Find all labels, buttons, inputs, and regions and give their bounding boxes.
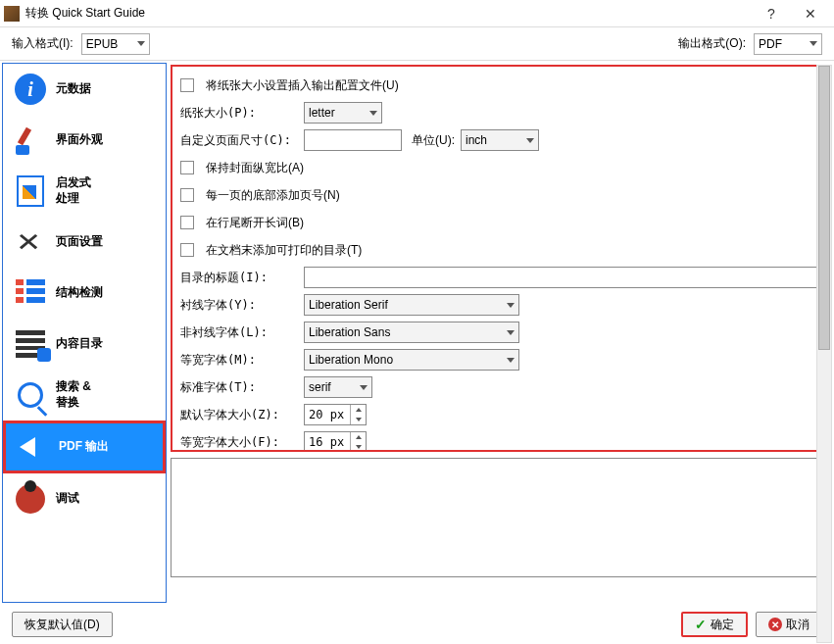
sidebar-item-label: 结构检测 — [56, 285, 103, 301]
default-size-value[interactable] — [305, 405, 350, 424]
paper-size-combo[interactable]: letter — [304, 102, 382, 124]
serif-font-value: Liberation Serif — [309, 298, 388, 312]
chevron-down-icon — [507, 330, 515, 335]
std-font-combo[interactable]: serif — [304, 376, 372, 398]
spin-down[interactable] — [351, 442, 366, 452]
spin-up[interactable] — [351, 432, 366, 442]
structure-icon — [16, 279, 45, 307]
insert-paper-size-label: 将纸张大小设置插入输出配置文件(U) — [206, 77, 399, 94]
sidebar-item-label: 搜索 & 替换 — [56, 379, 91, 410]
std-font-value: serif — [309, 380, 331, 394]
sidebar-item-metadata[interactable]: i 元数据 — [3, 64, 166, 115]
ok-button[interactable]: ✓确定 — [681, 612, 748, 637]
chevron-down-icon — [526, 138, 534, 143]
output-format-value: PDF — [759, 37, 782, 51]
cancel-button[interactable]: ✕取消 — [756, 612, 822, 637]
paper-size-value: letter — [309, 106, 335, 120]
restore-label: 恢复默认值(D) — [25, 617, 100, 633]
sidebar-item-label: 内容目录 — [56, 336, 103, 352]
back-arrow-icon — [20, 433, 47, 461]
add-footer-checkbox[interactable] — [180, 188, 194, 202]
app-icon — [4, 6, 20, 22]
sidebar-item-label: 调试 — [56, 491, 79, 507]
preserve-cover-label: 保持封面纵宽比(A) — [206, 160, 304, 176]
mono-font-value: Liberation Mono — [309, 353, 393, 367]
unit-combo[interactable]: inch — [461, 129, 539, 151]
main-panel: 将纸张大小设置插入输出配置文件(U) 纸张大小(P): letter 自定义页面… — [169, 61, 834, 605]
custom-size-input[interactable] — [304, 129, 402, 151]
sidebar-item-look-feel[interactable]: 界面外观 — [3, 115, 166, 166]
serif-font-combo[interactable]: Liberation Serif — [304, 294, 519, 316]
scrollbar[interactable] — [816, 65, 832, 643]
scrollbar-thumb[interactable] — [818, 66, 830, 350]
input-format-label: 输入格式(I): — [12, 35, 74, 52]
check-icon: ✓ — [695, 617, 707, 632]
footer: 恢复默认值(D) ✓确定 ✕取消 — [0, 605, 834, 644]
sidebar-item-page-setup[interactable]: 页面设置 — [3, 217, 166, 268]
toc-title-label: 目录的标题(I): — [180, 270, 298, 286]
output-format-label: 输出格式(O): — [678, 35, 746, 52]
sidebar-item-search-replace[interactable]: 搜索 & 替换 — [3, 370, 166, 421]
bug-icon — [16, 484, 45, 514]
add-toc-checkbox[interactable] — [180, 243, 194, 257]
close-icon: ✕ — [768, 618, 782, 631]
info-icon: i — [15, 74, 46, 105]
sans-font-combo[interactable]: Liberation Sans — [304, 322, 519, 343]
close-button[interactable]: ✕ — [791, 0, 830, 27]
cancel-label: 取消 — [786, 617, 809, 633]
mono-size-value[interactable] — [305, 432, 350, 452]
sans-font-value: Liberation Sans — [309, 325, 390, 339]
sidebar-item-structure[interactable]: 结构检测 — [3, 268, 166, 319]
extra-textarea[interactable] — [171, 458, 832, 577]
sidebar-item-label: 界面外观 — [56, 132, 103, 148]
std-font-label: 标准字体(T): — [180, 379, 298, 396]
sidebar-item-debug[interactable]: 调试 — [3, 473, 166, 524]
toc-title-input[interactable] — [304, 267, 822, 288]
brush-icon — [16, 125, 45, 155]
format-toolbar: 输入格式(I): EPUB 输出格式(O): PDF — [0, 27, 834, 61]
restore-defaults-button[interactable]: 恢复默认值(D) — [12, 612, 113, 637]
sidebar-item-label: PDF 输出 — [59, 439, 109, 455]
sidebar-item-label: 页面设置 — [56, 234, 103, 250]
heuristic-icon — [17, 175, 44, 207]
chevron-down-icon — [137, 41, 145, 46]
pdf-output-form: 将纸张大小设置插入输出配置文件(U) 纸张大小(P): letter 自定义页面… — [171, 65, 832, 452]
input-format-value: EPUB — [86, 37, 119, 51]
insert-paper-size-checkbox[interactable] — [180, 78, 194, 92]
sans-font-label: 非衬线字体(L): — [180, 324, 298, 341]
sidebar-item-toc[interactable]: 内容目录 — [3, 319, 166, 370]
unit-label: 单位(U): — [412, 132, 455, 149]
sidebar-item-label: 启发式 处理 — [56, 175, 91, 206]
unit-value: inch — [466, 133, 487, 147]
mono-font-label: 等宽字体(M): — [180, 352, 298, 369]
window-title: 转换 Quick Start Guide — [25, 5, 752, 22]
mono-size-spinner[interactable] — [304, 431, 367, 452]
titlebar: 转换 Quick Start Guide ? ✕ — [0, 0, 834, 27]
chevron-down-icon — [809, 41, 817, 46]
help-button[interactable]: ? — [752, 0, 791, 27]
break-long-checkbox[interactable] — [180, 216, 194, 229]
chevron-down-icon — [507, 303, 515, 308]
default-size-label: 默认字体大小(Z): — [180, 407, 298, 423]
mono-font-combo[interactable]: Liberation Mono — [304, 349, 519, 371]
sidebar-item-pdf-output[interactable]: PDF 输出 — [3, 421, 166, 473]
input-format-combo[interactable]: EPUB — [81, 33, 150, 55]
sidebar: i 元数据 界面外观 启发式 处理 页面设置 结构检测 内容目录 搜索 & 替换 — [2, 63, 167, 603]
output-format-combo[interactable]: PDF — [754, 33, 822, 55]
spin-down[interactable] — [351, 415, 366, 424]
add-footer-label: 每一页的底部添加页号(N) — [206, 187, 340, 204]
toc-icon — [16, 330, 45, 358]
preserve-cover-checkbox[interactable] — [180, 161, 194, 174]
sidebar-item-heuristic[interactable]: 启发式 处理 — [3, 166, 166, 217]
spin-up[interactable] — [351, 405, 366, 415]
add-toc-label: 在文档末添加可打印的目录(T) — [206, 242, 362, 259]
chevron-down-icon — [507, 358, 515, 363]
custom-size-label: 自定义页面尺寸(C): — [180, 132, 298, 149]
sidebar-item-label: 元数据 — [56, 81, 91, 97]
default-size-spinner[interactable] — [304, 404, 367, 425]
chevron-down-icon — [369, 111, 377, 116]
mono-size-label: 等宽字体大小(F): — [180, 434, 298, 451]
search-icon — [18, 382, 43, 408]
ok-label: 确定 — [711, 617, 734, 633]
paper-size-label: 纸张大小(P): — [180, 105, 298, 122]
